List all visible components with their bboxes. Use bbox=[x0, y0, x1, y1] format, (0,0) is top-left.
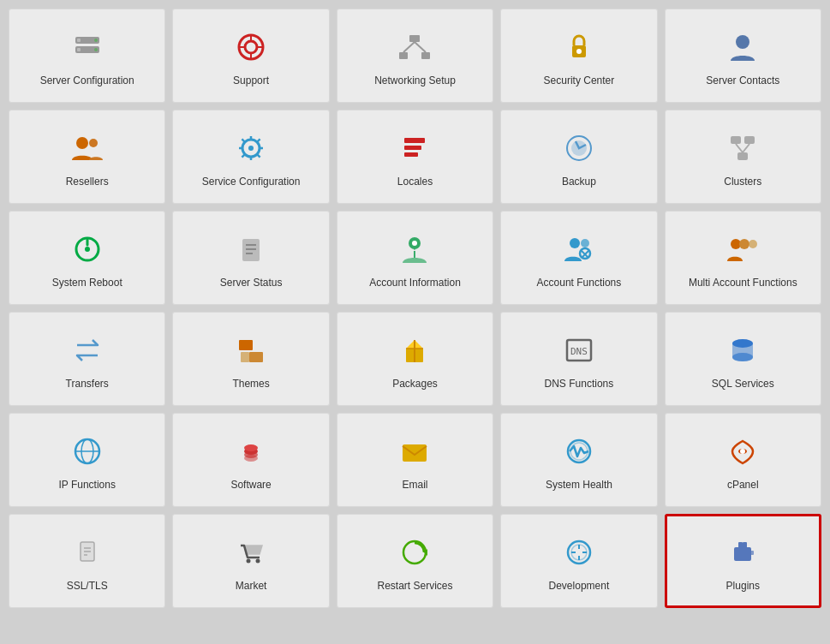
tile-clusters[interactable]: Clusters bbox=[665, 110, 821, 204]
tile-support[interactable]: Support bbox=[172, 9, 329, 103]
market-label: Market bbox=[236, 580, 267, 593]
svg-rect-14 bbox=[421, 52, 430, 59]
service-configuration-icon bbox=[230, 128, 272, 169]
tile-restart-services[interactable]: Restart Services bbox=[337, 514, 493, 608]
cpanel-label: cPanel bbox=[727, 479, 759, 492]
dns-functions-icon: DNS bbox=[558, 330, 600, 371]
svg-point-43 bbox=[570, 238, 580, 248]
svg-rect-30 bbox=[744, 136, 755, 144]
tile-security-center[interactable]: Security Center bbox=[500, 9, 657, 103]
account-information-icon: i bbox=[394, 229, 435, 270]
tile-resellers[interactable]: Resellers bbox=[9, 110, 165, 204]
software-label: Software bbox=[230, 479, 271, 492]
svg-rect-24 bbox=[404, 138, 425, 143]
market-icon bbox=[230, 532, 272, 573]
svg-rect-13 bbox=[399, 52, 408, 59]
email-icon bbox=[394, 431, 435, 472]
tile-account-functions[interactable]: Account Functions bbox=[500, 211, 657, 305]
svg-rect-83 bbox=[743, 542, 747, 549]
svg-line-16 bbox=[415, 42, 426, 52]
tile-locales[interactable]: Locales bbox=[337, 110, 493, 204]
packages-label: Packages bbox=[392, 378, 438, 391]
svg-point-4 bbox=[94, 39, 98, 42]
ip-functions-label: IP Functions bbox=[58, 479, 115, 492]
tile-server-status[interactable]: Server Status bbox=[172, 211, 329, 305]
service-configuration-label: Service Configuration bbox=[202, 176, 301, 189]
account-information-label: Account Information bbox=[369, 277, 461, 290]
account-functions-icon bbox=[558, 229, 600, 270]
svg-text:DNS: DNS bbox=[570, 346, 588, 357]
tile-server-configuration[interactable]: Server Configuration bbox=[9, 9, 165, 103]
tile-transfers[interactable]: Transfers bbox=[9, 312, 165, 406]
clusters-icon bbox=[722, 128, 763, 169]
cpanel-icon bbox=[722, 431, 763, 472]
tile-networking-setup[interactable]: Networking Setup bbox=[337, 9, 493, 103]
svg-point-77 bbox=[403, 541, 426, 564]
tile-multi-account-functions[interactable]: Multi Account Functions bbox=[665, 211, 821, 305]
svg-rect-2 bbox=[77, 39, 81, 42]
svg-point-5 bbox=[94, 48, 98, 51]
svg-rect-25 bbox=[404, 146, 421, 150]
tile-account-information[interactable]: iAccount Information bbox=[337, 211, 493, 305]
tile-service-configuration[interactable]: Service Configuration bbox=[172, 110, 329, 204]
tile-packages[interactable]: Packages bbox=[337, 312, 493, 406]
server-status-label: Server Status bbox=[220, 277, 283, 290]
tile-ssltls[interactable]: SSL/TLS bbox=[9, 514, 165, 608]
svg-rect-31 bbox=[737, 152, 748, 160]
plugins-label: Plugins bbox=[726, 580, 760, 593]
server-contacts-icon bbox=[722, 27, 763, 68]
svg-rect-49 bbox=[239, 340, 253, 350]
svg-rect-26 bbox=[404, 152, 418, 157]
tile-plugins[interactable]: Plugins bbox=[665, 514, 821, 608]
tile-server-contacts[interactable]: Server Contacts bbox=[665, 9, 821, 103]
locales-label: Locales bbox=[397, 176, 433, 189]
svg-point-70 bbox=[740, 449, 745, 454]
support-label: Support bbox=[233, 75, 269, 88]
tile-software[interactable]: Software bbox=[172, 413, 329, 507]
locales-icon bbox=[394, 128, 435, 169]
backup-label: Backup bbox=[562, 176, 596, 189]
svg-point-23 bbox=[248, 146, 254, 151]
tile-dns-functions[interactable]: DNSDNS Functions bbox=[500, 312, 657, 406]
svg-point-18 bbox=[576, 49, 582, 54]
packages-icon bbox=[394, 330, 435, 371]
tile-market[interactable]: Market bbox=[172, 514, 329, 608]
svg-line-32 bbox=[736, 144, 743, 152]
tile-system-reboot[interactable]: System Reboot bbox=[9, 211, 165, 305]
tile-system-health[interactable]: System Health bbox=[500, 413, 657, 507]
svg-point-21 bbox=[89, 139, 98, 147]
resellers-label: Resellers bbox=[66, 176, 109, 189]
tile-sql-services[interactable]: SQL Services bbox=[665, 312, 821, 406]
tile-cpanel[interactable]: cPanel bbox=[665, 413, 821, 507]
transfers-icon bbox=[67, 330, 108, 371]
themes-icon bbox=[230, 330, 272, 371]
clusters-label: Clusters bbox=[724, 176, 761, 189]
tile-themes[interactable]: Themes bbox=[172, 312, 329, 406]
tile-development[interactable]: Development bbox=[500, 514, 657, 608]
svg-rect-82 bbox=[738, 542, 743, 549]
multi-account-functions-label: Multi Account Functions bbox=[689, 277, 797, 290]
server-status-icon bbox=[230, 229, 272, 270]
svg-point-76 bbox=[256, 559, 260, 564]
svg-rect-51 bbox=[241, 352, 249, 362]
security-center-icon bbox=[558, 27, 600, 68]
ssltls-label: SSL/TLS bbox=[67, 580, 108, 593]
restart-services-icon bbox=[394, 532, 435, 573]
ssltls-icon bbox=[67, 532, 108, 573]
svg-point-35 bbox=[85, 247, 90, 252]
account-functions-label: Account Functions bbox=[537, 277, 622, 290]
svg-point-75 bbox=[247, 559, 251, 564]
svg-point-19 bbox=[736, 35, 749, 49]
tile-backup[interactable]: Backup bbox=[500, 110, 657, 204]
system-health-label: System Health bbox=[546, 479, 612, 492]
tile-ip-functions[interactable]: IP Functions bbox=[9, 413, 165, 507]
svg-rect-84 bbox=[748, 551, 754, 555]
svg-line-33 bbox=[743, 144, 749, 152]
svg-point-41 bbox=[412, 241, 417, 246]
development-icon bbox=[558, 532, 600, 573]
tile-email[interactable]: Email bbox=[337, 413, 493, 507]
development-label: Development bbox=[549, 580, 610, 593]
svg-rect-67 bbox=[403, 444, 427, 462]
networking-setup-label: Networking Setup bbox=[374, 75, 456, 88]
svg-point-66 bbox=[244, 444, 258, 451]
